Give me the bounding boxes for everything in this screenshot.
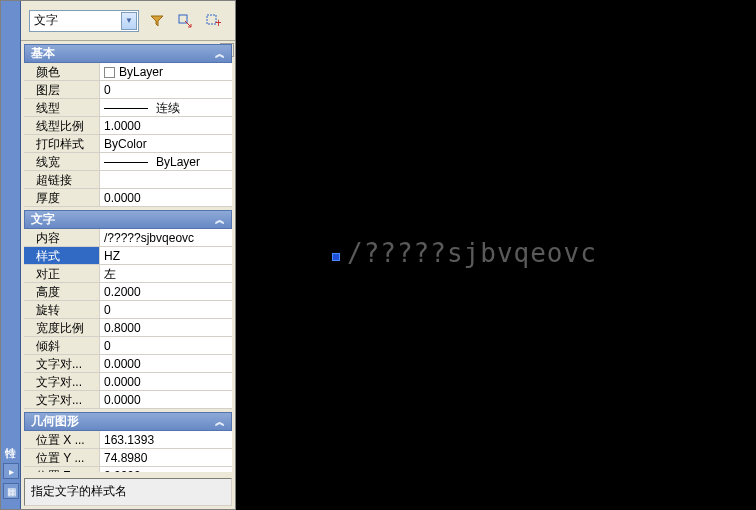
prop-row: 位置 Y ...74.8980 [24,449,232,467]
palette-sidebar: 特性 ▸ ▦ [1,1,21,509]
select-add-icon[interactable]: + [203,11,223,31]
section-header-geometry[interactable]: 几何图形 ︽ [24,412,232,431]
prop-row: 对正左 [24,265,232,283]
prop-value-height[interactable]: 0.2000 [100,283,232,300]
prop-value-plotstyle[interactable]: ByColor [100,135,232,152]
prop-value-ltscale[interactable]: 1.0000 [100,117,232,134]
prop-row: 文字对...0.0000 [24,391,232,409]
object-type-value: 文字 [34,12,58,29]
prop-value-textalign1[interactable]: 0.0000 [100,355,232,372]
prop-row: 图层0 [24,81,232,99]
prop-value-widthfactor[interactable]: 0.8000 [100,319,232,336]
prop-value-lineweight[interactable]: ByLayer [100,153,232,170]
prop-value-layer[interactable]: 0 [100,81,232,98]
lineweight-preview-icon [104,162,148,163]
chevron-down-icon[interactable]: ▼ [121,12,137,30]
prop-value-justify[interactable]: 左 [100,265,232,282]
prop-value-oblique[interactable]: 0 [100,337,232,354]
prop-row: 高度0.2000 [24,283,232,301]
prop-row: 厚度0.0000 [24,189,232,207]
section-title: 基本 [31,45,55,62]
section-geometry: 几何图形 ︽ 位置 X ...163.1393 位置 Y ...74.8980 … [24,412,232,472]
svg-text:+: + [215,16,221,29]
prop-value-thickness[interactable]: 0.0000 [100,189,232,206]
prop-value-color[interactable]: ByLayer [100,63,232,80]
prop-value-posx[interactable]: 163.1393 [100,431,232,448]
filter-icon[interactable] [147,11,167,31]
collapse-icon: ︽ [215,47,225,61]
selected-text-entity[interactable]: /?????sjbvqeovc [347,238,597,268]
object-type-combo[interactable]: 文字 ▼ [29,10,139,32]
prop-row: 线型比例1.0000 [24,117,232,135]
drawing-canvas[interactable]: /?????sjbvqeovc [237,0,756,510]
prop-row: 宽度比例0.8000 [24,319,232,337]
section-basic: 基本 ︽ 颜色ByLayer 图层0 线型连续 线型比例1.0000 打印样式B… [24,44,232,207]
color-swatch-icon [104,67,115,78]
prop-value-linetype[interactable]: 连续 [100,99,232,116]
help-text: 指定文字的样式名 [31,484,127,498]
properties-panel: 特性 ▸ ▦ 文字 ▼ + ▲ 基本 ︽ [0,0,236,510]
prop-row: 文字对...0.0000 [24,355,232,373]
quick-select-icon[interactable] [175,11,195,31]
section-title: 文字 [31,211,55,228]
section-header-text[interactable]: 文字 ︽ [24,210,232,229]
prop-row: 颜色ByLayer [24,63,232,81]
prop-row: 旋转0 [24,301,232,319]
linetype-preview-icon [104,108,148,109]
collapse-icon: ︽ [215,415,225,429]
prop-row: 超链接 [24,171,232,189]
help-area: 指定文字的样式名 [24,478,232,506]
section-text: 文字 ︽ 内容/?????sjbvqeovc 样式HZ 对正左 高度0.2000… [24,210,232,409]
palette-toggle-icon[interactable]: ▸ [3,463,19,479]
prop-row: 线型连续 [24,99,232,117]
prop-value-rotation[interactable]: 0 [100,301,232,318]
prop-value-style[interactable]: HZ [100,247,232,264]
prop-row: 内容/?????sjbvqeovc [24,229,232,247]
prop-row: 位置 Z ...0.0000 [24,467,232,472]
section-title: 几何图形 [31,413,79,430]
properties-scroll[interactable]: 基本 ︽ 颜色ByLayer 图层0 线型连续 线型比例1.0000 打印样式B… [21,41,235,472]
section-header-basic[interactable]: 基本 ︽ [24,44,232,63]
prop-value-content[interactable]: /?????sjbvqeovc [100,229,232,246]
prop-value-textalign2[interactable]: 0.0000 [100,373,232,390]
collapse-icon: ︽ [215,213,225,227]
prop-value-posz[interactable]: 0.0000 [100,467,232,472]
prop-row: 线宽ByLayer [24,153,232,171]
prop-row: 打印样式ByColor [24,135,232,153]
prop-row-selected: 样式HZ [24,247,232,265]
palette-menu-icon[interactable]: ▦ [3,483,19,499]
panel-toolbar: 文字 ▼ + [21,1,235,41]
prop-row: 倾斜0 [24,337,232,355]
prop-row: 位置 X ...163.1393 [24,431,232,449]
prop-value-textalign3[interactable]: 0.0000 [100,391,232,408]
prop-value-hyperlink[interactable] [100,171,232,188]
prop-value-posy[interactable]: 74.8980 [100,449,232,466]
panel-content: 文字 ▼ + ▲ 基本 ︽ 颜色ByLayer 图层0 线型连 [21,1,235,509]
prop-row: 文字对...0.0000 [24,373,232,391]
grip-handle[interactable] [332,253,340,261]
